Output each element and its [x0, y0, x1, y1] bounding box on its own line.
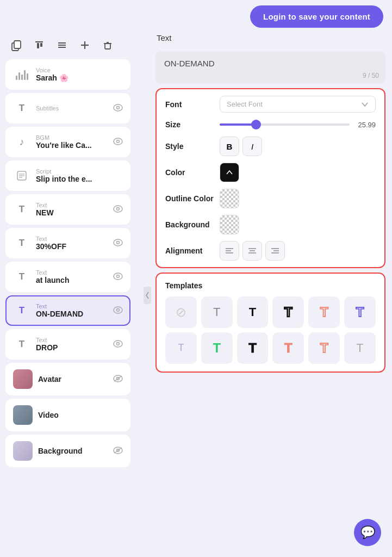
script-content: Script Slip into the e...	[36, 168, 123, 183]
style-buttons: B I	[220, 137, 262, 156]
right-panel: Text ON-DEMAND 9 / 50 Font Select Font	[153, 33, 392, 557]
sidebar-item-text-ondemand[interactable]: T Text ON-DEMAND	[5, 295, 130, 326]
size-row: Size 25.99	[165, 119, 376, 130]
svg-rect-3	[37, 43, 39, 48]
text-atlaunch-content: Text at launch	[36, 269, 108, 284]
delete-icon[interactable]	[99, 36, 116, 54]
template-bold-black[interactable]: T	[237, 296, 269, 328]
template-plain[interactable]: T	[201, 296, 233, 328]
color-row: Color	[165, 163, 376, 182]
template-light[interactable]: T	[344, 332, 376, 364]
sidebar-item-text-30off[interactable]: T Text 30%OFF	[5, 228, 130, 258]
sidebar-item-text-atlaunch[interactable]: T Text at launch	[5, 262, 130, 292]
text-30off-t-icon: T	[13, 234, 30, 252]
avatar-thumbnail	[13, 369, 33, 389]
template-none[interactable]: ⊘	[165, 296, 197, 328]
chevron-down-icon	[361, 101, 369, 108]
text-atlaunch-eye-icon[interactable]	[113, 273, 123, 282]
avatar-eye-icon[interactable]	[113, 375, 123, 384]
text-new-label: Text	[36, 202, 108, 208]
text-preview-box[interactable]: ON-DEMAND 9 / 50	[155, 51, 385, 84]
svg-rect-1	[14, 41, 21, 48]
copy-icon[interactable]	[8, 36, 25, 54]
avatar-title: Avatar	[38, 375, 108, 383]
sidebar: Voice Sarah 🌸 T Subtitles	[0, 33, 141, 557]
template-green[interactable]: T	[201, 332, 233, 364]
chat-bubble-button[interactable]: 💬	[354, 519, 381, 546]
text-drop-eye-icon[interactable]	[113, 340, 123, 349]
template-outline-purple[interactable]: T	[344, 296, 376, 328]
sidebar-item-text-drop[interactable]: T Text DROP	[5, 329, 130, 360]
text-new-eye-icon[interactable]	[113, 205, 123, 214]
sidebar-item-text-new[interactable]: T Text NEW	[5, 194, 130, 225]
outline-color-swatch[interactable]	[220, 189, 239, 208]
align-center-button[interactable]	[242, 241, 262, 261]
template-outline-black[interactable]: T	[272, 296, 304, 328]
alignment-row: Alignment	[165, 241, 376, 261]
align-top-icon[interactable]	[30, 36, 48, 54]
svg-point-16	[117, 140, 120, 143]
sidebar-item-bgm[interactable]: ♪ BGM You're like Ca...	[5, 127, 130, 157]
template-black-heavy[interactable]: T	[237, 332, 269, 364]
background-eye-icon[interactable]	[113, 447, 123, 456]
voice-icon	[13, 66, 30, 83]
size-value: 25.99	[355, 121, 376, 129]
background-thumbnail	[13, 441, 33, 461]
text-ondemand-label: Text	[36, 303, 108, 310]
align-right-button[interactable]	[265, 241, 285, 261]
text-ondemand-t-icon: T	[13, 302, 30, 319]
layers-icon[interactable]	[53, 36, 71, 54]
text-new-t-icon: T	[13, 201, 30, 218]
text-atlaunch-t-icon: T	[13, 268, 30, 286]
text-ondemand-eye-icon[interactable]	[113, 306, 123, 315]
svg-point-14	[117, 106, 120, 109]
subtitles-eye-icon[interactable]	[113, 104, 123, 113]
chat-bubble-icon: 💬	[360, 525, 375, 540]
sidebar-item-subtitles[interactable]: T Subtitles	[5, 93, 130, 123]
slider-thumb[interactable]	[251, 120, 261, 129]
svg-rect-4	[40, 43, 42, 47]
svg-line-31	[114, 376, 122, 381]
font-select-dropdown[interactable]: Select Font	[220, 96, 376, 113]
background-swatch[interactable]	[220, 215, 239, 234]
sidebar-item-avatar[interactable]: Avatar	[5, 363, 130, 395]
template-pink-solid[interactable]: T	[272, 332, 304, 364]
login-button[interactable]: Login to save your content	[250, 5, 383, 28]
color-swatch[interactable]	[220, 163, 239, 182]
sidebar-collapse-handle[interactable]	[144, 287, 151, 304]
bgm-music-icon: ♪	[13, 133, 30, 151]
video-thumbnail	[13, 405, 33, 425]
bgm-eye-icon[interactable]	[113, 138, 123, 147]
templates-box: Templates ⊘ T T T	[155, 273, 385, 373]
templates-title: Templates	[165, 281, 376, 290]
text-30off-eye-icon[interactable]	[113, 239, 123, 248]
svg-line-34	[114, 448, 122, 453]
video-content: Video	[38, 411, 123, 419]
app-container: Login to save your content	[0, 0, 392, 557]
template-pink-outline2[interactable]: T	[308, 332, 340, 364]
sidebar-item-video[interactable]: Video	[5, 399, 130, 431]
main-layout: Voice Sarah 🌸 T Subtitles	[0, 33, 392, 557]
text-ondemand-title: ON-DEMAND	[36, 310, 108, 318]
text-30off-title: 30%OFF	[36, 242, 108, 251]
align-left-button[interactable]	[220, 241, 239, 261]
size-slider[interactable]	[220, 119, 350, 130]
text-atlaunch-title: at launch	[36, 276, 108, 284]
template-outline-pink[interactable]: T	[308, 296, 340, 328]
svg-point-21	[114, 206, 122, 212]
sidebar-item-background[interactable]: Background	[5, 435, 130, 467]
sidebar-item-voice[interactable]: Voice Sarah 🌸	[5, 59, 130, 90]
add-icon[interactable]	[76, 36, 94, 54]
svg-point-28	[117, 308, 120, 311]
subtitles-t-icon: T	[13, 100, 30, 117]
text-ondemand-content: Text ON-DEMAND	[36, 303, 108, 318]
avatar-content: Avatar	[38, 375, 108, 383]
sidebar-item-script[interactable]: Script Slip into the e...	[5, 160, 130, 191]
svg-point-13	[114, 104, 122, 111]
template-light-purple[interactable]: T	[165, 332, 197, 364]
italic-button[interactable]: I	[242, 137, 262, 156]
svg-point-30	[117, 342, 120, 345]
svg-point-23	[114, 239, 122, 246]
text-30off-label: Text	[36, 236, 108, 242]
bold-button[interactable]: B	[220, 137, 239, 156]
